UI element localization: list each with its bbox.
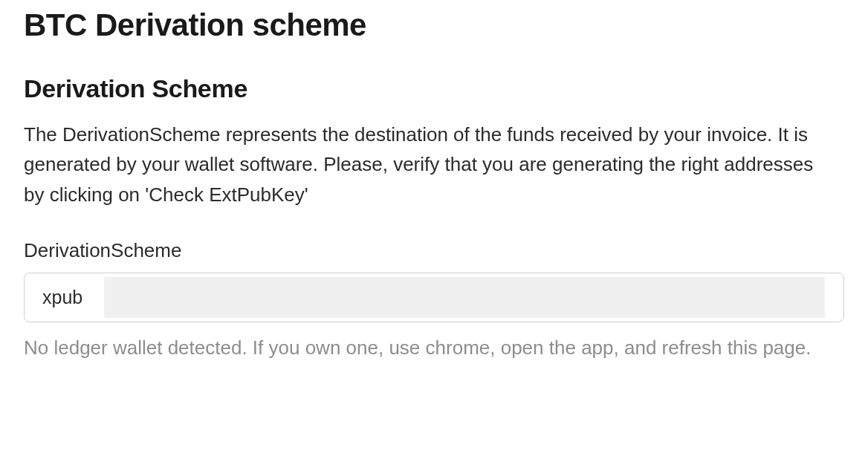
section-title: Derivation Scheme	[24, 74, 844, 103]
ledger-hint-text: No ledger wallet detected. If you own on…	[24, 333, 826, 362]
derivation-scheme-input[interactable]	[24, 273, 844, 322]
derivation-scheme-label: DerivationScheme	[24, 239, 844, 262]
page-title: BTC Derivation scheme	[24, 7, 844, 43]
derivation-scheme-input-wrapper	[24, 273, 844, 322]
section-description: The DerivationScheme represents the dest…	[24, 120, 826, 209]
